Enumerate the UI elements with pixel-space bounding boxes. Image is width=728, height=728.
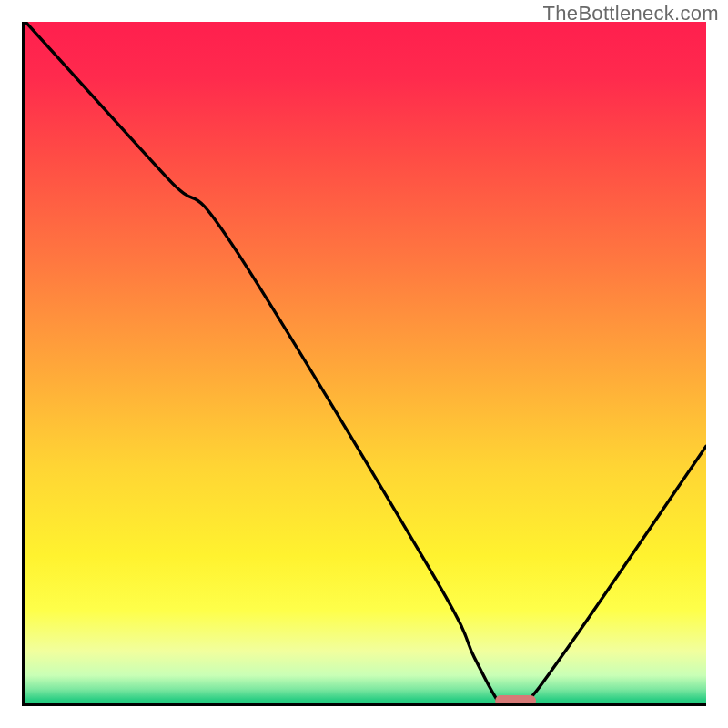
chart-container: TheBottleneck.com	[0, 0, 728, 728]
plot-axes	[22, 22, 706, 706]
